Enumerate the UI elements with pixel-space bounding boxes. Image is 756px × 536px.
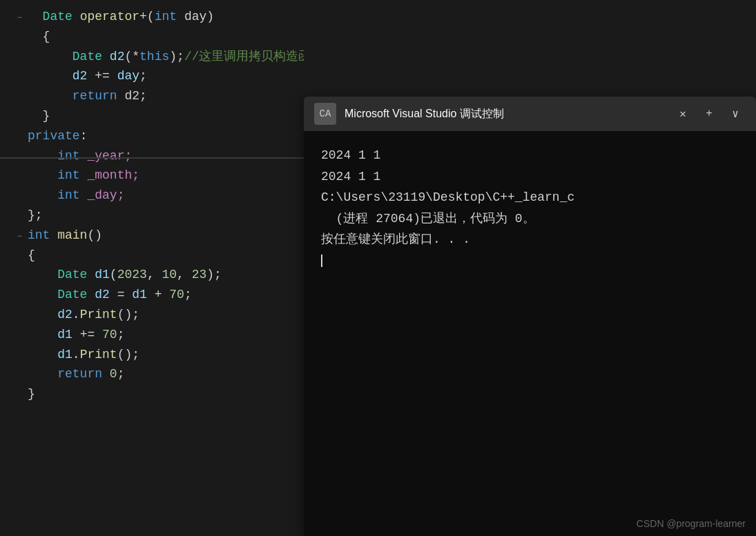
code-token: +: [139, 7, 147, 27]
console-output-line: 按任意键关闭此窗口. . .: [321, 229, 739, 250]
code-token: return: [72, 86, 117, 106]
code-line: return d2;: [0, 86, 304, 106]
console-title: Microsoft Visual Studio 调试控制: [345, 107, 664, 121]
code-line: Date d1(2023, 10, 23);: [0, 265, 304, 285]
code-token: [102, 364, 110, 384]
code-token: +=: [87, 66, 117, 86]
code-token: operator: [80, 7, 139, 27]
code-line: Date d2(*this);//这里调用拷贝构造函数: [0, 47, 304, 67]
code-token: ();: [117, 345, 139, 365]
code-token: int: [28, 226, 50, 246]
code-token: 70: [102, 325, 117, 345]
code-token: ,: [177, 265, 192, 285]
code-token: d1: [132, 285, 147, 305]
code-line: Date d2 = d1 + 70;: [0, 285, 304, 305]
code-token: Print: [80, 305, 117, 325]
indent: [28, 106, 43, 126]
code-line: int _year;: [0, 146, 304, 166]
console-output-line: 2024 1 1: [321, 166, 739, 188]
titlebar-buttons: ✕ + ∨: [672, 103, 746, 124]
indent: [28, 7, 43, 27]
code-token: Date: [72, 47, 110, 67]
code-token: d2: [72, 66, 88, 86]
code-token: ;: [139, 66, 147, 86]
dropdown-button[interactable]: ∨: [725, 103, 746, 124]
code-line: return 0;: [0, 364, 304, 384]
code-token: int: [57, 166, 79, 186]
code-token: d1: [57, 325, 72, 345]
code-line: d1.Print();: [0, 345, 304, 365]
indent: [28, 86, 72, 106]
code-line: }: [0, 384, 304, 404]
code-line: }: [0, 106, 304, 126]
code-token: );: [206, 265, 222, 285]
indent: [28, 27, 43, 47]
code-token: day): [177, 7, 214, 27]
code-token: .: [72, 345, 80, 365]
gutter[interactable]: −: [0, 230, 28, 244]
code-token: {: [28, 246, 35, 266]
indent: [28, 364, 57, 384]
code-token: day: [117, 66, 139, 86]
code-token: _day;: [80, 186, 125, 206]
code-token: (): [87, 226, 102, 246]
code-line: };: [0, 206, 304, 226]
gutter[interactable]: −: [0, 12, 28, 25]
code-token: _month;: [80, 166, 139, 186]
console-content: 2024 1 12024 1 1C:\Users\23119\Desktop\C…: [304, 131, 756, 286]
code-line: {: [0, 27, 304, 47]
code-token: Date: [43, 7, 80, 27]
indent: [28, 146, 57, 166]
code-token: int: [57, 146, 79, 166]
code-token: Date: [57, 265, 95, 285]
code-token: :: [80, 126, 88, 146]
code-line: d1 += 70;: [0, 325, 304, 345]
code-token: d2: [110, 47, 125, 67]
code-line: private:: [0, 126, 304, 146]
indent: [28, 325, 57, 345]
console-app-icon: CA: [314, 103, 336, 125]
code-token: ;: [184, 285, 192, 305]
code-token: d2: [95, 285, 110, 305]
code-token: d2;: [117, 86, 147, 106]
code-token: .: [72, 305, 80, 325]
code-token: ,: [147, 265, 162, 285]
collapse-icon[interactable]: −: [17, 230, 22, 244]
code-token: Date: [57, 285, 95, 305]
code-token: =: [110, 285, 132, 305]
code-line: int _day;: [0, 186, 304, 206]
code-token: d1: [95, 265, 110, 285]
code-token: int: [57, 186, 79, 206]
code-token: ;: [117, 364, 125, 384]
code-token: return: [57, 364, 102, 384]
code-token: +=: [72, 325, 102, 345]
indent: [28, 345, 57, 365]
code-token: main: [57, 226, 87, 246]
code-token: d2: [57, 305, 72, 325]
code-token: ;: [117, 325, 125, 345]
watermark: CSDN @program-learner: [637, 518, 746, 529]
code-editor: − Date operator+(int day) { Date d2(*thi…: [0, 0, 304, 536]
console-titlebar: CA Microsoft Visual Studio 调试控制 ✕ + ∨: [304, 97, 756, 131]
code-line: int _month;: [0, 166, 304, 186]
editor-divider: [0, 157, 304, 159]
code-line: − Date operator+(int day): [0, 7, 304, 27]
collapse-icon[interactable]: −: [17, 12, 22, 25]
code-line: {: [0, 246, 304, 266]
indent: [28, 47, 72, 67]
console-output-line: C:\Users\23119\Desktop\C++_learn_c: [321, 187, 739, 208]
code-line: d2.Print();: [0, 305, 304, 325]
code-token: (*: [124, 47, 139, 67]
code-token: private: [28, 126, 80, 146]
code-token: }: [28, 384, 35, 404]
code-token: ();: [117, 305, 139, 325]
add-tab-button[interactable]: +: [699, 103, 719, 124]
code-token: }: [43, 106, 50, 126]
code-token: Print: [80, 345, 117, 365]
close-button[interactable]: ✕: [672, 103, 693, 124]
code-token: };: [28, 206, 43, 226]
code-token: [50, 226, 57, 246]
code-token: );: [169, 47, 184, 67]
code-token: 70: [169, 285, 184, 305]
code-token: 2023: [117, 265, 147, 285]
